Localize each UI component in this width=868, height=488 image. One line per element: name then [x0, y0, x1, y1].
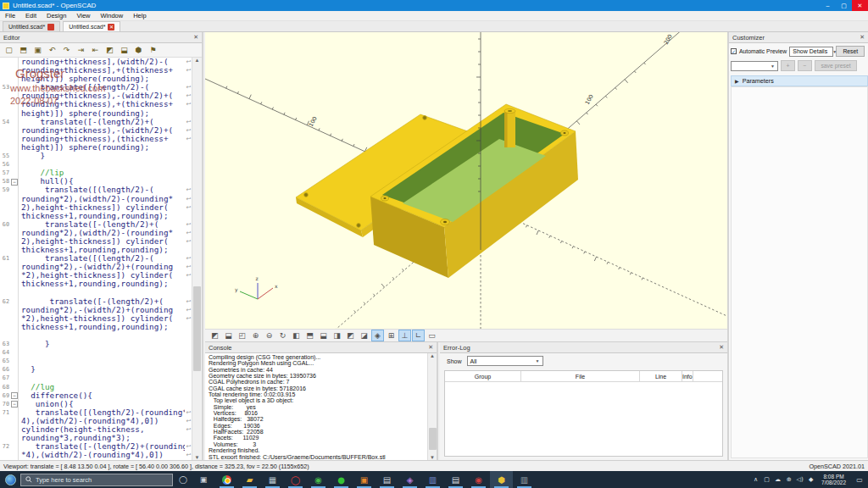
3d-viewport[interactable]: 100 200 100 z y x	[205, 32, 727, 329]
taskbar-app-media-player[interactable]: ◉	[307, 471, 330, 488]
fold-marker[interactable]	[11, 425, 18, 434]
console-close-icon[interactable]: ✕	[428, 344, 433, 351]
fold-marker[interactable]	[11, 408, 18, 417]
preset-dropdown[interactable]: ▼	[731, 61, 778, 71]
fold-marker[interactable]	[11, 383, 18, 391]
code-area[interactable]: rounding+thickness],(width/2)-( rounding…	[0, 58, 192, 460]
editor-toolbar-indent[interactable]: ⇥	[75, 44, 87, 56]
customizer-close-icon[interactable]: ✕	[860, 34, 865, 41]
menu-item[interactable]: Design	[42, 11, 71, 21]
console-output[interactable]: Compiling design (CSG Tree generation)..…	[206, 353, 426, 459]
view-toolbar-view-top[interactable]: ⬒	[303, 330, 316, 341]
view-toolbar-reset-view[interactable]: ↻	[276, 330, 289, 341]
view-toolbar-render[interactable]: ⬓	[222, 330, 235, 341]
fold-marker[interactable]	[11, 434, 18, 442]
taskbar-app-file-explorer[interactable]: ▰	[238, 471, 261, 488]
fold-marker[interactable]	[11, 109, 18, 118]
start-button[interactable]	[0, 471, 20, 488]
view-toolbar-show-scale-markers[interactable]: ∟	[412, 330, 425, 341]
editor-tab[interactable]: Untitled.scad*	[3, 21, 60, 31]
menu-item[interactable]: Help	[128, 11, 151, 21]
taskbar-app-red-app[interactable]: ◉	[467, 471, 490, 488]
details-dropdown[interactable]: Show Details▼	[789, 47, 833, 57]
view-toolbar-orthogonal-projection[interactable]: ▭	[426, 330, 438, 341]
editor-tab[interactable]: Untitled.scad* ✕	[63, 21, 120, 31]
view-toolbar-view-back[interactable]: ◪	[358, 330, 370, 341]
fold-marker[interactable]	[11, 374, 18, 382]
taskbar-app-opera[interactable]: ◯	[284, 471, 307, 488]
fold-marker[interactable]	[11, 160, 18, 169]
view-toolbar-view-front[interactable]: ◩	[344, 330, 357, 341]
fold-marker[interactable]	[11, 271, 18, 280]
fold-marker[interactable]	[11, 314, 18, 323]
menu-item[interactable]: Window	[96, 11, 129, 21]
fold-marker[interactable]	[11, 306, 18, 314]
editor-scrollbar[interactable]: ▲ ▼	[192, 58, 202, 460]
editor-toolbar-redo[interactable]: ↷	[60, 44, 73, 56]
editor-toolbar-undo[interactable]: ↶	[46, 44, 58, 56]
tab-close-icon[interactable]	[47, 24, 54, 30]
editor-toolbar-save-file[interactable]: ▣	[31, 44, 44, 56]
editor-toolbar-new-file[interactable]: ▢	[3, 44, 15, 56]
taskbar-app-printer-app[interactable]: ▥	[513, 471, 536, 488]
fold-marker[interactable]	[11, 66, 18, 75]
fold-marker[interactable]	[11, 280, 18, 288]
fold-marker[interactable]	[11, 400, 18, 408]
editor-toolbar-export-stl[interactable]: ⬢	[132, 44, 145, 56]
menu-item[interactable]: File	[0, 11, 20, 21]
taskbar-app-graphics-app[interactable]: ◈	[398, 471, 421, 488]
close-button[interactable]: ✕	[852, 0, 868, 11]
tray-chevron-up[interactable]: ∧	[750, 471, 761, 488]
fold-marker[interactable]	[11, 203, 18, 212]
console-scrollbar-thumb[interactable]	[429, 428, 437, 450]
fold-marker[interactable]	[11, 143, 18, 152]
taskbar-app-notepad[interactable]: ▤	[376, 471, 398, 488]
tray-security-shield[interactable]: ◆	[805, 471, 816, 488]
fold-marker[interactable]	[11, 357, 18, 365]
fold-marker[interactable]	[11, 220, 18, 229]
tray-tray-window[interactable]: ▢	[761, 471, 772, 488]
view-toolbar-show-crosshairs[interactable]: ⊞	[385, 330, 398, 341]
fold-marker[interactable]	[11, 348, 18, 357]
error-filter-dropdown[interactable]: All▼	[467, 356, 543, 366]
taskbar-clock[interactable]: 8:08 PM 7/08/2022	[816, 474, 851, 486]
view-toolbar-show-axes[interactable]: ⊥	[398, 330, 411, 341]
fold-marker[interactable]	[11, 417, 18, 425]
fold-marker[interactable]	[11, 83, 18, 92]
fold-marker[interactable]	[11, 365, 18, 374]
editor-toolbar-preview[interactable]: ◩	[103, 44, 116, 56]
maximize-button[interactable]: ▢	[836, 0, 852, 11]
automatic-preview-checkbox[interactable]: ✓	[731, 48, 737, 54]
fold-marker[interactable]	[11, 237, 18, 246]
fold-marker[interactable]	[11, 195, 18, 203]
error-log-column-header[interactable]: Line	[640, 371, 682, 381]
taskbar-app-orange-app[interactable]: ▣	[353, 471, 376, 488]
editor-toolbar-jump-to-error[interactable]: ⚑	[147, 44, 159, 56]
fold-marker[interactable]	[11, 246, 18, 254]
taskbar-app-text-document[interactable]: ▤	[444, 471, 467, 488]
menu-item[interactable]: View	[71, 11, 95, 21]
view-toolbar-view-bottom[interactable]: ⬓	[317, 330, 330, 341]
editor-scrollbar-thumb[interactable]	[193, 286, 201, 371]
notification-center-icon[interactable]: ▭	[851, 471, 868, 488]
fold-marker[interactable]	[11, 152, 18, 160]
fold-marker[interactable]	[11, 323, 18, 331]
fold-marker[interactable]	[11, 391, 18, 400]
menu-item[interactable]: Edit	[20, 11, 42, 21]
view-toolbar-zoom-out[interactable]: ⊖	[263, 330, 275, 341]
fold-marker[interactable]	[11, 263, 18, 271]
fold-marker[interactable]	[11, 75, 18, 83]
view-toolbar-zoom-all[interactable]: ◰	[236, 330, 248, 341]
fold-marker[interactable]	[11, 126, 18, 135]
tray-volume[interactable]: ◁)	[794, 471, 805, 488]
taskbar-app-calculator[interactable]: ▦	[261, 471, 284, 488]
fold-marker[interactable]	[11, 331, 18, 340]
tray-network[interactable]: ⊕	[783, 471, 794, 488]
error-log-column-header[interactable]: Info	[682, 371, 693, 381]
cortana-button[interactable]: ◯	[173, 471, 193, 488]
fold-marker[interactable]	[11, 58, 18, 66]
editor-toolbar-open-file[interactable]: ⬒	[17, 44, 30, 56]
taskbar-app-green-utility[interactable]: ●	[330, 471, 353, 488]
error-log-close-icon[interactable]: ✕	[719, 344, 724, 351]
editor-close-icon[interactable]: ✕	[193, 34, 198, 41]
